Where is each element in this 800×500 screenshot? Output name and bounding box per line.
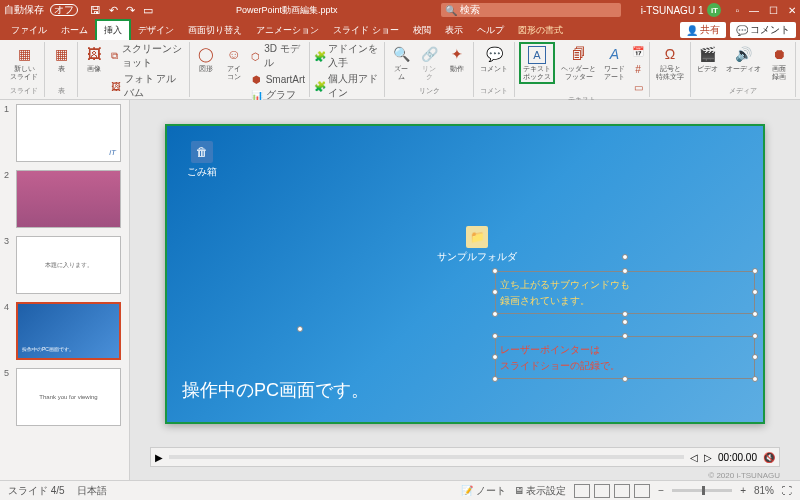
tab-review[interactable]: 校閲	[406, 21, 438, 40]
minimize-icon[interactable]: —	[749, 5, 759, 16]
zoom-icon: 🔍	[391, 44, 411, 64]
undo-icon[interactable]: ↶	[109, 4, 118, 17]
redo-icon[interactable]: ↷	[126, 4, 135, 17]
rotation-handle[interactable]	[297, 326, 303, 332]
header-footer-button[interactable]: 🗐ヘッダーと フッター	[559, 42, 598, 82]
video-icon: 🎬	[698, 44, 718, 64]
rotation-handle[interactable]	[622, 319, 628, 325]
thumbnail-4[interactable]: 操作中のPC画面です。	[16, 302, 121, 360]
tab-animation[interactable]: アニメーション	[249, 21, 326, 40]
slide-number-icon[interactable]: #	[631, 62, 645, 76]
close-icon[interactable]: ✕	[788, 5, 796, 16]
shapes-icon: ◯	[196, 44, 216, 64]
my-addins-button[interactable]: 🧩個人用アドイン	[314, 72, 380, 100]
zoom-in-icon[interactable]: +	[740, 485, 746, 496]
zoom-button[interactable]: 🔍ズー ム	[389, 42, 413, 82]
tab-file[interactable]: ファイル	[4, 21, 54, 40]
ribbon-options-icon[interactable]: ▫	[735, 5, 739, 16]
reading-view-icon[interactable]	[614, 484, 630, 498]
comment-button[interactable]: 💬コメント	[478, 42, 510, 75]
thumbnail-1[interactable]: iT	[16, 104, 121, 162]
timeline-track[interactable]	[169, 455, 684, 459]
model3d-button[interactable]: ⬡3D モデル	[250, 42, 305, 70]
zoom-slider[interactable]	[672, 489, 732, 492]
screen-record-button[interactable]: ⏺画面 録画	[767, 42, 791, 82]
tab-transition[interactable]: 画面切り替え	[181, 21, 249, 40]
fit-window-icon[interactable]: ⛶	[782, 485, 792, 496]
audio-button[interactable]: 🔊オーディオ	[724, 42, 763, 75]
tab-help[interactable]: ヘルプ	[470, 21, 511, 40]
textbox-button[interactable]: Aテキスト ボックス	[519, 42, 555, 84]
store-icon: 🧩	[314, 49, 326, 63]
audio-icon: 🔊	[734, 44, 754, 64]
date-icon[interactable]: 📅	[631, 44, 645, 58]
photo-album-button[interactable]: 🖼フォト アルバム	[110, 72, 185, 100]
tab-insert[interactable]: 挿入	[95, 19, 131, 40]
rotation-handle[interactable]	[622, 254, 628, 260]
thumbnail-5[interactable]: Thank you for viewing	[16, 368, 121, 426]
slideshow-view-icon[interactable]	[634, 484, 650, 498]
slide-position[interactable]: スライド 4/5	[8, 484, 65, 498]
smartart-button[interactable]: ⬢SmartArt	[250, 72, 305, 86]
tab-design[interactable]: デザイン	[131, 21, 181, 40]
maximize-icon[interactable]: ☐	[769, 5, 778, 16]
slide-thumbnails: 1iT 2 3本題に入ります。 4操作中のPC画面です。 5Thank you …	[0, 100, 130, 480]
slide-canvas[interactable]: 🗑ごみ箱 📁サンプルフォルダ 操作中のPC画面です。 立ち上がるサブウィンドウも…	[165, 124, 765, 424]
object-icon[interactable]: ▭	[631, 80, 645, 94]
user-account[interactable]: i-TSUNAGU 1 iT	[641, 3, 722, 17]
display-settings-button[interactable]: 🖥 表示設定	[514, 484, 567, 498]
table-icon: ▦	[51, 44, 71, 64]
folder-icon: 📁サンプルフォルダ	[437, 226, 517, 264]
recycle-bin-icon: 🗑ごみ箱	[187, 141, 217, 179]
slide-caption[interactable]: 操作中のPC画面です。	[182, 378, 369, 402]
zoom-out-icon[interactable]: −	[658, 485, 664, 496]
wordart-button[interactable]: Aワード アート	[602, 42, 627, 82]
table-button[interactable]: ▦表	[49, 42, 73, 75]
action-button[interactable]: ✦動作	[445, 42, 469, 75]
thumbnail-3[interactable]: 本題に入ります。	[16, 236, 121, 294]
zoom-level[interactable]: 81%	[754, 485, 774, 496]
save-icon[interactable]: 🖫	[90, 4, 101, 17]
tab-shape-format[interactable]: 図形の書式	[511, 21, 570, 40]
tab-view[interactable]: 表示	[438, 21, 470, 40]
get-addin-button[interactable]: 🧩アドインを入手	[314, 42, 380, 70]
next-frame-icon[interactable]: ▷	[704, 452, 712, 463]
symbols-button[interactable]: Ω記号と 特殊文字	[654, 42, 686, 82]
avatar: iT	[707, 3, 721, 17]
tab-home[interactable]: ホーム	[54, 21, 95, 40]
search-box[interactable]: 🔍 検索	[441, 3, 621, 17]
mute-icon[interactable]: 🔇	[763, 452, 775, 463]
play-icon[interactable]: ▶	[155, 452, 163, 463]
textbox-red[interactable]: レーザーポインターはスライドショーの記録で。	[495, 336, 755, 380]
share-button[interactable]: 👤共有	[680, 22, 726, 38]
notes-button[interactable]: 📝 ノート	[461, 484, 506, 498]
screenshot-button[interactable]: ⧉スクリーンショット	[110, 42, 185, 70]
link-button[interactable]: 🔗リン ク	[417, 42, 441, 82]
image-button[interactable]: 🖼画像	[82, 42, 106, 75]
start-slideshow-icon[interactable]: ▭	[143, 4, 153, 17]
video-button[interactable]: 🎬ビデオ	[695, 42, 720, 75]
normal-view-icon[interactable]	[574, 484, 590, 498]
shapes-button[interactable]: ◯図形	[194, 42, 218, 75]
thumbnail-2[interactable]	[16, 170, 121, 228]
album-icon: 🖼	[110, 79, 122, 93]
tab-slideshow[interactable]: スライド ショー	[326, 21, 406, 40]
sorter-view-icon[interactable]	[594, 484, 610, 498]
new-slide-button[interactable]: ▦新しい スライド	[8, 42, 40, 82]
document-title: PowerPoint動画編集.pptx	[153, 4, 421, 17]
link-icon: 🔗	[419, 44, 439, 64]
comment-icon: 💬	[736, 25, 748, 36]
model3d-icon: ⬡	[250, 49, 263, 63]
playback-time: 00:00.00	[718, 452, 757, 463]
screenshot-icon: ⧉	[110, 49, 120, 63]
icons-button[interactable]: ☺アイ コン	[222, 42, 246, 82]
language-status[interactable]: 日本語	[77, 484, 107, 498]
prev-frame-icon[interactable]: ◁	[690, 452, 698, 463]
record-icon: ⏺	[769, 44, 789, 64]
autosave-label: 自動保存	[4, 3, 44, 17]
symbols-icon: Ω	[660, 44, 680, 64]
autosave-toggle[interactable]: オフ	[50, 4, 78, 16]
textbox-yellow[interactable]: 立ち上がるサブウィンドウも録画されています。	[495, 271, 755, 315]
smartart-icon: ⬢	[250, 72, 264, 86]
comments-button[interactable]: 💬コメント	[730, 22, 796, 38]
